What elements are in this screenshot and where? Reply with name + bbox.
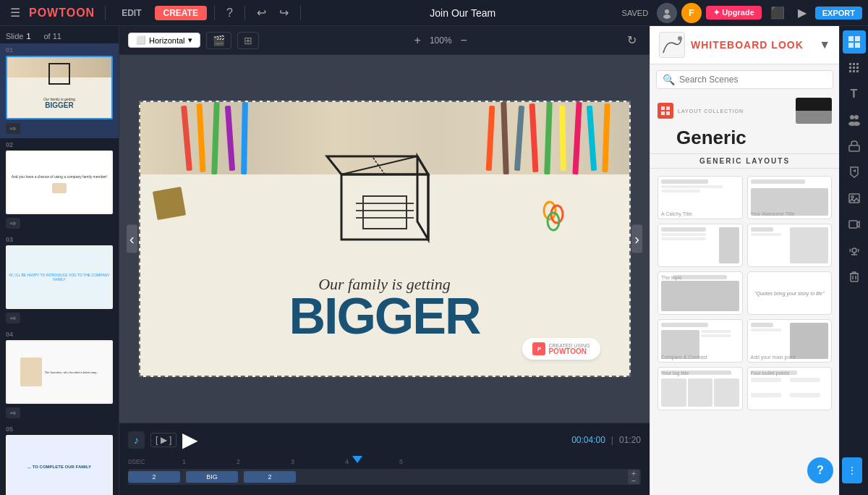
people-sidebar-btn[interactable] — [843, 109, 866, 132]
track-zoom-out[interactable]: − — [628, 477, 639, 484]
right-panel: WHITEBOARD LOOK ▼ 🔍 — [650, 26, 839, 495]
characters-sidebar-btn[interactable] — [843, 161, 866, 184]
box-illustration — [305, 117, 464, 254]
edit-button[interactable]: EDIT — [113, 6, 150, 20]
slide-number-input[interactable] — [26, 32, 41, 41]
video-sidebar-btn[interactable] — [843, 213, 866, 236]
slide-item-1[interactable]: 01 Our family is getting BIGGER ⇨ — [0, 43, 119, 138]
panel-collapse-button[interactable]: ▼ — [819, 38, 830, 51]
layout-item-1[interactable]: A Catchy Title — [658, 176, 743, 219]
slide-content: Our family is getting BIGGER P CREATED U… — [140, 102, 629, 376]
layout-label-8: Add your main point — [751, 355, 796, 360]
svg-point-37 — [853, 122, 860, 126]
layout-item-4[interactable] — [747, 224, 833, 267]
svg-point-42 — [852, 248, 856, 253]
svg-rect-11 — [363, 196, 407, 229]
slide-item-3[interactable]: 03 HI, I'LL BE HAPPY TO INTRODUCE YOU TO… — [0, 233, 119, 328]
slide-transition-btn-4[interactable]: ⇨ — [6, 407, 20, 418]
search-bar: 🔍 — [656, 70, 833, 89]
timeline-area: 0SEC 1 2 3 4 5 2 BIG 2 — [119, 456, 650, 485]
slide-thumbnail-5: ... TO COMPLETE OUR FAMILY — [6, 435, 113, 495]
slide-number-label-3: 03 — [6, 236, 113, 243]
play-icon: ▶ — [182, 428, 198, 451]
video-mode-btn[interactable]: 🎬 — [206, 32, 231, 49]
image-sidebar-btn[interactable] — [843, 187, 866, 210]
slide-action-bar-3: ⇨ — [6, 311, 113, 325]
slide-number-label-2: 02 — [6, 141, 113, 148]
slide-item-4[interactable]: 04 The founders, who founded a better wa… — [0, 328, 119, 423]
layout-item-6[interactable]: "Quotes bring your story to life" — [747, 271, 833, 315]
slide-transition-btn-1[interactable]: ⇨ — [6, 123, 20, 134]
help-icon[interactable]: ? — [222, 5, 237, 21]
text-sidebar-btn[interactable]: T — [843, 82, 866, 106]
upgrade-button[interactable]: ✦ Upgrade — [706, 6, 762, 20]
layout-item-5[interactable]: The topic — [658, 271, 743, 315]
prev-slide-arrow[interactable]: ‹ — [127, 225, 137, 253]
audio-sidebar-btn[interactable] — [843, 239, 866, 262]
svg-rect-43 — [851, 274, 858, 282]
timeline-track[interactable]: 2 BIG 2 + − — [128, 469, 641, 485]
zoom-out-btn[interactable]: − — [456, 33, 472, 48]
svg-rect-27 — [856, 63, 859, 65]
svg-rect-38 — [849, 145, 859, 151]
layout-item-3[interactable] — [658, 224, 743, 267]
svg-rect-19 — [661, 111, 665, 115]
slide-item-5[interactable]: 05 ... TO COMPLETE OUR FAMILY ⇨ — [0, 423, 119, 495]
layout-item-9[interactable]: Your big title — [658, 367, 743, 410]
layout-collection-icon — [658, 103, 673, 119]
play-button[interactable]: ▶ — [182, 428, 198, 452]
layout-item-8[interactable]: Add your main point — [747, 319, 833, 363]
slide-transition-btn-2[interactable]: ⇨ — [6, 218, 20, 229]
next-slide-arrow[interactable]: › — [631, 225, 642, 253]
svg-rect-41 — [849, 221, 857, 228]
layout-label-10: Four bullet points — [751, 371, 790, 376]
canvas-wrapper: ‹ ⇄ SWAP ⚙ — [119, 55, 650, 423]
presentation-mode-icon[interactable]: ⬛ — [766, 4, 789, 21]
nav-divider-2 — [214, 6, 215, 20]
slide-item-2[interactable]: 02 And you have a chance of using a comp… — [0, 138, 119, 233]
user-avatar[interactable]: F — [681, 3, 702, 23]
slide-number-label-1: 01 — [6, 46, 113, 54]
grid-view-btn[interactable]: ⊞ — [237, 32, 259, 49]
track-segment-big[interactable]: BIG — [186, 471, 238, 483]
objects-sidebar-btn[interactable] — [843, 135, 866, 158]
slide-counter-bar: Slide of 11 — [0, 29, 119, 43]
canvas-slide[interactable]: ⇄ SWAP ⚙ — [139, 101, 631, 377]
pattern-sidebar-btn[interactable] — [843, 56, 866, 80]
tick-3: 3 — [291, 458, 345, 465]
zoom-in-btn[interactable]: + — [410, 33, 425, 48]
generic-layouts-label: GENERIC LAYOUTS — [650, 153, 839, 169]
search-input[interactable] — [679, 75, 827, 85]
notification-avatar[interactable] — [657, 3, 677, 23]
canvas-toolbar: ⬜ Horizontal ▾ 🎬 ⊞ + 100% − ↻ — [119, 26, 650, 55]
layout-name-row: Generic — [650, 127, 839, 151]
undo-icon[interactable]: ↩ — [252, 4, 271, 21]
refresh-btn[interactable]: ↻ — [623, 32, 641, 48]
create-button[interactable]: CREATE — [155, 6, 207, 20]
redo-icon[interactable]: ↪ — [275, 4, 293, 21]
layout-item-7[interactable]: Compare & Contrast — [658, 319, 743, 363]
right-clips — [535, 196, 571, 242]
play-preview-icon[interactable]: ▶ — [793, 4, 811, 21]
hamburger-icon[interactable]: ☰ — [6, 4, 25, 21]
layout-selector[interactable]: ⬜ Horizontal ▾ — [128, 33, 200, 48]
layout-preview-thumb — [796, 98, 832, 124]
scene-counter[interactable]: [ ▶ ] — [150, 433, 176, 447]
track-segment-2[interactable]: 2 — [128, 471, 180, 483]
more-options-button[interactable]: ⋮ — [842, 457, 862, 483]
slide-transition-btn-3[interactable]: ⇨ — [6, 313, 20, 323]
export-button[interactable]: EXPORT — [815, 7, 862, 20]
navbar: ☰ POWPOWTOONTOON EDIT CREATE ? ↩ ↪ Join … — [0, 0, 868, 26]
svg-point-1 — [665, 9, 669, 14]
slide-text-area: Our family is getting BIGGER — [233, 275, 537, 339]
svg-rect-15 — [660, 33, 685, 58]
track-segment-2b[interactable]: 2 — [244, 471, 296, 483]
layout-item-10[interactable]: Four bullet points — [747, 367, 833, 410]
help-button[interactable]: ? — [807, 457, 833, 483]
layout-item-2[interactable]: Your Awesome Title — [747, 176, 833, 219]
created-brand: POWTOON — [548, 348, 590, 355]
layouts-sidebar-btn[interactable] — [843, 30, 866, 54]
music-button[interactable]: ♪ — [128, 431, 145, 449]
layout-label: Horizontal — [149, 36, 185, 45]
trash-sidebar-btn[interactable] — [843, 265, 866, 288]
